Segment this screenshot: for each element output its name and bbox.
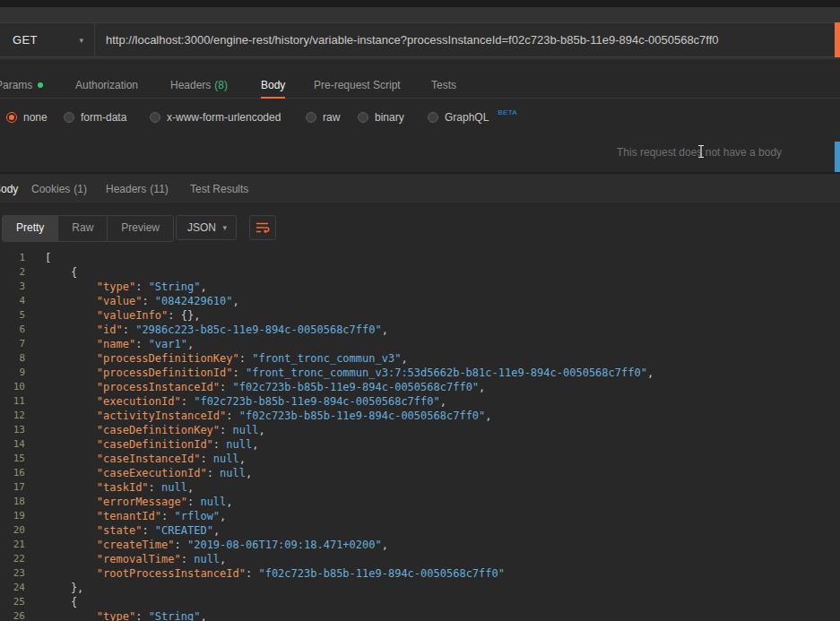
code-line: 14 "caseDefinitionId": null, (0, 437, 840, 452)
line-number: 23 (0, 566, 25, 581)
wrap-text-button[interactable] (249, 215, 276, 240)
body-type-raw-label: raw (323, 111, 340, 124)
request-url-bar: GET ▾ http://localhost:3000/engine-rest/… (0, 7, 840, 59)
response-tab-body-label: Body (0, 183, 18, 195)
code-text: "state": "CREATED", (45, 523, 220, 538)
response-tab-body[interactable]: Body (0, 174, 18, 204)
code-line: 15 "caseInstanceId": null, (0, 452, 840, 466)
code-line: 25 { (0, 595, 840, 609)
line-number: 2 (0, 265, 25, 280)
tab-authorization[interactable]: Authorization (75, 72, 138, 99)
body-type-raw[interactable]: raw (306, 109, 340, 125)
response-tab-headers[interactable]: Headers(11) (106, 174, 169, 204)
code-line: 6 "id": "2986c223-b85c-11e9-894c-0050568… (0, 323, 840, 337)
code-line: 3 "type": "String", (0, 280, 840, 294)
code-line: 1[ (0, 251, 840, 265)
line-number: 14 (0, 437, 25, 452)
tab-params-label: Params (0, 79, 32, 91)
tab-prerequest-label: Pre-request Script (314, 79, 401, 91)
code-text: "valueInfo": {}, (45, 308, 200, 323)
tab-params[interactable]: Params (0, 72, 43, 99)
tab-tests[interactable]: Tests (431, 72, 456, 99)
view-preview-button[interactable]: Preview (108, 216, 173, 241)
line-number: 3 (0, 280, 25, 294)
code-line: 2 { (0, 265, 840, 280)
response-tab-cookies[interactable]: Cookies(1) (31, 174, 87, 204)
line-number: 11 (0, 394, 25, 409)
response-tab-test-results-label: Test Results (190, 183, 248, 195)
format-dropdown[interactable]: JSON ▾ (176, 215, 237, 240)
code-lines: 1[2 {3 "type": "String",4 "value": "0842… (0, 251, 840, 621)
format-dropdown-value: JSON (187, 216, 216, 239)
line-number: 16 (0, 466, 25, 480)
line-number: 24 (0, 581, 25, 595)
code-text: { (45, 595, 77, 609)
radio-icon (428, 112, 438, 123)
line-number: 4 (0, 294, 25, 308)
tab-prerequest-script[interactable]: Pre-request Script (314, 72, 401, 99)
response-view-toggle: Pretty Raw Preview (2, 215, 174, 242)
radio-icon (64, 112, 74, 123)
tab-body[interactable]: Body (261, 72, 285, 99)
response-body-json: 1[2 {3 "type": "String",4 "value": "0842… (0, 251, 840, 621)
line-number: 19 (0, 509, 25, 523)
chevron-down-icon: ▾ (79, 36, 83, 45)
view-pretty-button[interactable]: Pretty (3, 216, 58, 241)
code-text: [ (45, 251, 51, 265)
chevron-down-icon: ▾ (222, 216, 227, 239)
line-number: 22 (0, 552, 25, 566)
line-number: 12 (0, 409, 25, 423)
body-type-binary-label: binary (375, 111, 404, 124)
code-text: "removalTime": null, (45, 552, 226, 566)
code-text: "executionId": "f02c723b-b85b-11e9-894c-… (45, 394, 446, 409)
code-text: }, (45, 581, 83, 595)
code-line: 4 "value": "0842429610", (0, 294, 840, 308)
beta-badge: BETA (498, 108, 517, 116)
body-type-binary[interactable]: binary (358, 109, 404, 125)
code-text: "caseInstanceId": null, (45, 452, 246, 466)
response-tab-test-results[interactable]: Test Results (190, 174, 248, 204)
code-text: "name": "var1", (45, 337, 194, 351)
response-tab-headers-label: Headers (106, 183, 146, 195)
code-text: "taskId": null, (45, 480, 194, 495)
method-selector[interactable]: GET ▾ (0, 22, 95, 57)
view-raw-button[interactable]: Raw (58, 216, 108, 241)
response-tab-cookies-count: (1) (74, 183, 87, 195)
code-line: 10 "processInstanceId": "f02c723b-b85b-1… (0, 380, 840, 394)
radio-selected-icon (6, 112, 17, 123)
code-line: 8 "processDefinitionKey": "front_tronc_c… (0, 351, 840, 366)
code-line: 24 }, (0, 581, 840, 595)
code-text: "processDefinitionId": "front_tronc_comm… (45, 366, 654, 380)
code-line: 13 "caseDefinitionKey": null, (0, 423, 840, 437)
body-type-urlencoded-label: x-www-form-urlencoded (167, 111, 281, 124)
url-input[interactable]: http://localhost:3000/engine-rest/histor… (95, 22, 835, 57)
body-type-none[interactable]: none (6, 109, 48, 125)
radio-icon (306, 112, 316, 123)
window-top-strip (0, 0, 840, 7)
code-line: 22 "removalTime": null, (0, 552, 840, 566)
tab-headers[interactable]: Headers(8) (170, 72, 228, 99)
code-text: "caseExecutionId": null, (45, 466, 252, 480)
body-type-form-data[interactable]: form-data (64, 109, 126, 125)
code-line: 18 "errorMessage": null, (0, 495, 840, 509)
code-text: { (45, 265, 77, 280)
radio-icon (358, 112, 368, 123)
response-tabs: Body Cookies(1) Headers(11) Test Results (0, 174, 840, 204)
send-button-sliver[interactable] (835, 22, 840, 57)
code-line: 26 "type": "String", (0, 609, 840, 621)
line-number: 13 (0, 423, 25, 437)
wrap-text-icon (255, 221, 270, 234)
body-type-form-data-label: form-data (81, 111, 126, 124)
text-cursor-icon (697, 144, 706, 159)
line-number: 9 (0, 366, 25, 380)
code-line: 21 "createTime": "2019-08-06T17:09:18.47… (0, 538, 840, 552)
edge-button-sliver[interactable] (835, 142, 840, 172)
tab-body-label: Body (261, 79, 285, 91)
body-type-graphql[interactable]: GraphQL BETA (428, 109, 517, 125)
code-text: "activityInstanceId": "f02c723b-b85b-11e… (45, 409, 492, 423)
code-text: "type": "String", (45, 280, 207, 294)
line-number: 21 (0, 538, 25, 552)
postman-window: GET ▾ http://localhost:3000/engine-rest/… (0, 0, 840, 621)
body-type-urlencoded[interactable]: x-www-form-urlencoded (150, 109, 281, 125)
line-number: 17 (0, 480, 25, 495)
